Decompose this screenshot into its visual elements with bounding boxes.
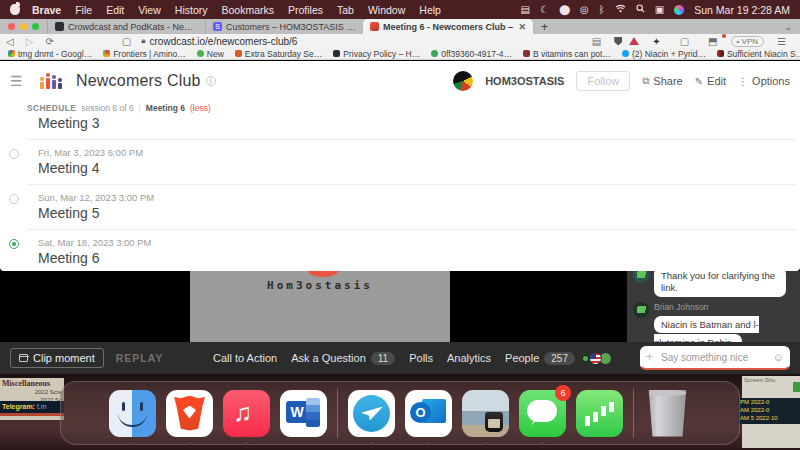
url-text[interactable]: crowdcast.io/e/newcomers-club/6 — [150, 36, 298, 47]
bookmark-item[interactable]: New — [197, 49, 224, 59]
spotlight-search-icon[interactable] — [636, 4, 645, 15]
browser-menu-icon[interactable]: ☰ — [771, 36, 792, 47]
tab-customers-stripe[interactable]: S Customers – HOM3OSTASIS by 1 P… — [205, 19, 363, 34]
emoji-icon[interactable]: ☺ — [773, 351, 784, 363]
plus-icon[interactable]: + — [646, 350, 653, 364]
ask-a-question-button[interactable]: Ask a Question 11 — [291, 352, 395, 365]
crowdcast-logo-icon[interactable] — [40, 73, 62, 89]
bookmark-item[interactable]: (2) Niacin + Pyrid… — [622, 49, 706, 59]
bookmark-star-icon[interactable]: ✦ — [646, 36, 666, 47]
video-stage[interactable]: Hom3ostasis — [0, 271, 627, 342]
clip-moment-button[interactable]: Clip moment — [10, 348, 104, 368]
sidebar-icon[interactable]: ▢ — [674, 36, 695, 47]
url-field[interactable]: ▢ 🔒︎ crowdcast.io/e/newcomers-club/6 — [116, 35, 586, 47]
messages-dock-icon[interactable]: 6 — [519, 390, 566, 437]
brave-shields-icon[interactable] — [614, 37, 622, 46]
collapse-toggle[interactable]: (less) — [190, 103, 211, 113]
bookmark-item[interactable]: Privacy Policy – H… — [333, 49, 420, 59]
keyboard-icon[interactable]: ▤ — [520, 5, 529, 15]
dock: 6 — [60, 381, 740, 445]
session-row-5[interactable]: Sun, Mar 12, 2023 3:00 PM Meeting 5 — [27, 185, 800, 229]
menu-bookmarks[interactable]: Bookmarks — [221, 4, 274, 16]
event-title: Newcomers Club — [76, 72, 201, 90]
menu-app-name[interactable]: Brave — [32, 4, 61, 16]
outlook-dock-icon[interactable] — [405, 390, 452, 437]
menu-view[interactable]: View — [138, 4, 161, 16]
bookmark-item[interactable]: Sufficient Niacin S… — [717, 49, 800, 59]
bookmark-item[interactable]: B vitamins can pot… — [523, 49, 611, 59]
info-icon[interactable]: i — [206, 76, 216, 86]
bluetooth-icon[interactable]: ᛒ — [599, 5, 605, 15]
host-name[interactable]: HOM3OSTASIS — [485, 75, 564, 87]
chat-avatar[interactable] — [633, 302, 649, 318]
polls-button[interactable]: Polls — [409, 352, 433, 364]
share-page-icon[interactable]: ⬒ — [702, 36, 723, 47]
session-row-3[interactable]: Meeting 3 — [27, 115, 800, 139]
calendar-icon — [235, 50, 242, 57]
trash-dock-icon[interactable] — [644, 390, 691, 437]
menu-clock[interactable]: Sun Mar 19 2:28 AM — [694, 4, 790, 16]
numbers-dock-icon[interactable] — [576, 390, 623, 437]
forward-icon[interactable]: ▷ — [20, 36, 40, 47]
close-window-button[interactable] — [8, 23, 15, 30]
session-row-4[interactable]: Fri, Mar 3, 2023 6:00 PM Meeting 4 — [27, 140, 800, 184]
menu-file[interactable]: File — [75, 4, 92, 16]
bookmark-item[interactable]: tmg dnmt - Googl… — [8, 49, 92, 59]
hamburger-menu-icon[interactable]: ☰ — [10, 73, 40, 89]
menu-help[interactable]: Help — [419, 4, 441, 16]
moon-icon[interactable]: ☾ — [540, 5, 549, 15]
address-bar: ◁ ▷ ⟳ ▢ 🔒︎ crowdcast.io/e/newcomers-club… — [0, 34, 800, 48]
share-button[interactable]: ⧉Share — [642, 75, 683, 87]
menu-tab[interactable]: Tab — [337, 4, 354, 16]
word-dock-icon[interactable] — [280, 390, 327, 437]
menu-profiles[interactable]: Profiles — [288, 4, 323, 16]
reload-icon[interactable]: ⟳ — [39, 36, 59, 47]
wifi-icon[interactable] — [615, 4, 626, 15]
options-button[interactable]: ⋮Options — [738, 75, 790, 87]
session-radio[interactable] — [9, 194, 19, 204]
minimize-window-button[interactable] — [20, 23, 27, 30]
reader-mode-icon[interactable]: ▤ — [586, 36, 607, 47]
tab-tiling-icon[interactable]: ▢ — [116, 36, 137, 47]
bookmark-item[interactable]: Extra Saturday Se… — [235, 49, 322, 59]
session-count: session 6 of 6 — [81, 103, 133, 113]
tab-meeting6-active[interactable]: Meeting 6 - Newcomers Club – ✕ — [363, 19, 533, 34]
tab1-favicon-icon — [55, 22, 64, 31]
edit-button[interactable]: ✎Edit — [695, 75, 726, 87]
host-avatar[interactable] — [453, 71, 473, 91]
tab-crowdcast-podkats[interactable]: Crowdcast and PodKats - Newcom… — [47, 19, 205, 34]
chat-input[interactable] — [640, 346, 790, 370]
new-tab-button[interactable]: + — [533, 20, 556, 34]
back-icon[interactable]: ◁ — [0, 36, 20, 47]
session-radio-selected[interactable] — [9, 239, 19, 249]
call-to-action-button[interactable]: Call to Action — [213, 352, 277, 364]
record-icon[interactable]: ◎ — [580, 5, 589, 15]
warning-triangle-icon[interactable] — [629, 37, 639, 45]
brave-shield-icon[interactable]: ⬤ — [559, 5, 570, 15]
analytics-button[interactable]: Analytics — [447, 352, 491, 364]
zoom-window-button[interactable] — [32, 23, 39, 30]
bookmark-item[interactable]: 0ff39360-4917-4… — [431, 49, 512, 59]
dots-vertical-icon: ⋮ — [738, 76, 748, 87]
preview-dock-icon[interactable] — [462, 390, 509, 437]
apple-icon[interactable] — [10, 4, 20, 15]
menu-window[interactable]: Window — [368, 4, 405, 16]
vpn-button[interactable]: • VPN — [731, 36, 764, 47]
menu-edit[interactable]: Edit — [106, 4, 124, 16]
music-dock-icon[interactable] — [223, 390, 270, 437]
control-center-icon[interactable]: ▣ — [655, 5, 664, 15]
chat-avatar[interactable] — [633, 271, 649, 283]
menu-history[interactable]: History — [175, 4, 208, 16]
finder-dock-icon[interactable] — [109, 390, 156, 437]
brave-dock-icon[interactable] — [166, 390, 213, 437]
tab-close-icon[interactable]: ✕ — [518, 22, 526, 32]
tab-overflow-chevron-icon[interactable]: ⌄ — [784, 22, 800, 32]
frontiers-icon — [103, 50, 110, 57]
follow-button[interactable]: Follow — [576, 71, 630, 91]
people-button[interactable]: People 257 — [505, 352, 612, 365]
bookmark-item[interactable]: Frontiers | Amino… — [103, 49, 186, 59]
siri-icon[interactable] — [674, 5, 684, 15]
bookmarks-bar: tmg dnmt - Googl… Frontiers | Amino… New… — [0, 48, 800, 60]
telegram-dock-icon[interactable] — [348, 390, 395, 437]
session-radio[interactable] — [9, 149, 19, 159]
